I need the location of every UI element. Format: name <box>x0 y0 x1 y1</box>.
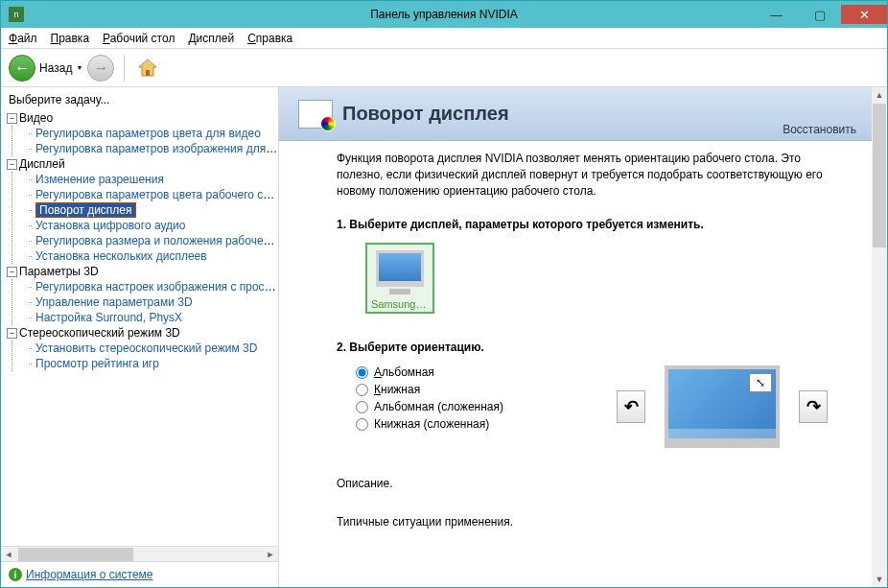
tree-item[interactable]: Просмотр рейтинга игр <box>28 356 278 371</box>
radio-portrait-flipped[interactable]: Книжная (сложенная) <box>356 417 503 431</box>
tree-group-stereo3d[interactable]: −Стереоскопический режим 3D <box>7 325 278 341</box>
back-label: Назад <box>39 61 72 75</box>
minimize-button[interactable]: — <box>755 5 798 24</box>
forward-button[interactable]: → <box>87 55 114 82</box>
orientation-preview: ⤡ <box>665 365 780 448</box>
maximize-button[interactable]: ▢ <box>798 5 841 24</box>
back-dropdown-icon[interactable]: ▾ <box>78 63 82 72</box>
main-vscrollbar[interactable]: ▲ ▼ <box>872 87 887 587</box>
menu-desktop[interactable]: Рабочий стол <box>103 32 175 45</box>
scroll-down-icon[interactable]: ▼ <box>872 572 887 587</box>
toolbar-separator <box>124 55 125 82</box>
typical-heading: Типичные ситуации применения. <box>337 515 837 529</box>
tree-item[interactable]: Регулировка параметров цвета рабочего ст… <box>28 187 278 202</box>
system-info-link[interactable]: i Информация о системе <box>1 561 278 587</box>
tree-group-video[interactable]: −Видео <box>7 110 278 126</box>
collapse-icon: − <box>7 267 17 277</box>
sidebar-hscrollbar[interactable]: ◄ ► <box>1 546 278 561</box>
rotate-display-icon <box>298 100 333 129</box>
rotate-ccw-button[interactable]: ↶ <box>617 390 645 423</box>
main-panel: Поворот дисплея Восстановить Функция пов… <box>279 87 887 587</box>
scroll-left-icon[interactable]: ◄ <box>1 548 16 561</box>
tree: −Видео Регулировка параметров цвета для … <box>1 110 278 546</box>
tree-item[interactable]: Установка нескольких дисплеев <box>28 248 278 264</box>
tree-item[interactable]: Настройка Surround, PhysX <box>28 310 278 325</box>
radio-landscape[interactable]: Альбомная <box>356 365 503 379</box>
tree-group-display[interactable]: −Дисплей <box>7 156 278 172</box>
tree-item[interactable]: Установить стереоскопический режим 3D <box>28 341 278 356</box>
tree-group-3d[interactable]: −Параметры 3D <box>7 264 278 279</box>
monitor-icon <box>376 250 424 287</box>
step1-title: 1. Выберите дисплей, параметры которого … <box>337 218 837 231</box>
display-name: Samsung S22… <box>371 298 429 310</box>
tree-item[interactable]: Регулировка параметров цвета для видео <box>28 126 278 141</box>
back-icon: ← <box>9 55 35 82</box>
step2-title: 2. Выберите ориентацию. <box>337 341 837 354</box>
toolbar: ← Назад ▾ → <box>1 49 887 87</box>
svg-rect-0 <box>146 70 150 76</box>
description-heading: Описание. <box>337 477 837 490</box>
radio-portrait[interactable]: Книжная <box>356 383 503 396</box>
page-title: Поворот дисплея <box>342 103 509 125</box>
display-selector[interactable]: Samsung S22… <box>365 243 434 314</box>
restore-link[interactable]: Восстановить <box>783 123 856 136</box>
window-title: Панель управления NVIDIA <box>370 8 518 21</box>
tree-item[interactable]: Регулировка размера и положения рабочего… <box>28 233 278 248</box>
page-description: Функция поворота дисплея NVIDIA позволяе… <box>337 151 837 199</box>
resize-icon: ⤡ <box>749 373 772 392</box>
orientation-radios: Альбомная Книжная Альбомная (сложенная) … <box>356 365 503 435</box>
collapse-icon: − <box>7 113 17 124</box>
collapse-icon: − <box>7 328 17 339</box>
menu-display[interactable]: Дисплей <box>188 32 234 45</box>
menubar: Файл Правка Рабочий стол Дисплей Справка <box>1 28 887 49</box>
task-label: Выберите задачу... <box>1 91 278 110</box>
radio-landscape-flipped[interactable]: Альбомная (сложенная) <box>356 400 503 413</box>
scroll-right-icon[interactable]: ► <box>263 548 278 561</box>
tree-item[interactable]: Установка цифрового аудио <box>28 218 278 233</box>
back-button[interactable]: ← Назад ▾ <box>9 55 82 82</box>
scroll-thumb[interactable] <box>18 548 133 561</box>
tree-item[interactable]: Управление параметрами 3D <box>28 294 278 310</box>
page-header: Поворот дисплея Восстановить <box>279 87 872 141</box>
sidebar: Выберите задачу... −Видео Регулировка па… <box>1 87 279 587</box>
menu-edit[interactable]: Правка <box>51 32 90 45</box>
tree-item[interactable]: Изменение разрешения <box>28 172 278 187</box>
scroll-thumb[interactable] <box>873 104 886 247</box>
close-button[interactable]: ✕ <box>841 5 887 24</box>
app-icon: n <box>9 7 24 22</box>
info-icon: i <box>9 568 22 581</box>
menu-help[interactable]: Справка <box>247 32 292 45</box>
tree-item[interactable]: Регулировка параметров изображения для в… <box>28 141 278 156</box>
tree-item[interactable]: Регулировка настроек изображения с просм… <box>28 279 278 294</box>
collapse-icon: − <box>7 159 17 170</box>
tree-item-rotate-display[interactable]: Поворот дисплея <box>28 202 278 218</box>
scroll-up-icon[interactable]: ▲ <box>872 87 887 103</box>
rotate-cw-button[interactable]: ↷ <box>799 390 828 423</box>
menu-file[interactable]: Файл <box>9 32 37 45</box>
home-button[interactable] <box>134 55 161 82</box>
